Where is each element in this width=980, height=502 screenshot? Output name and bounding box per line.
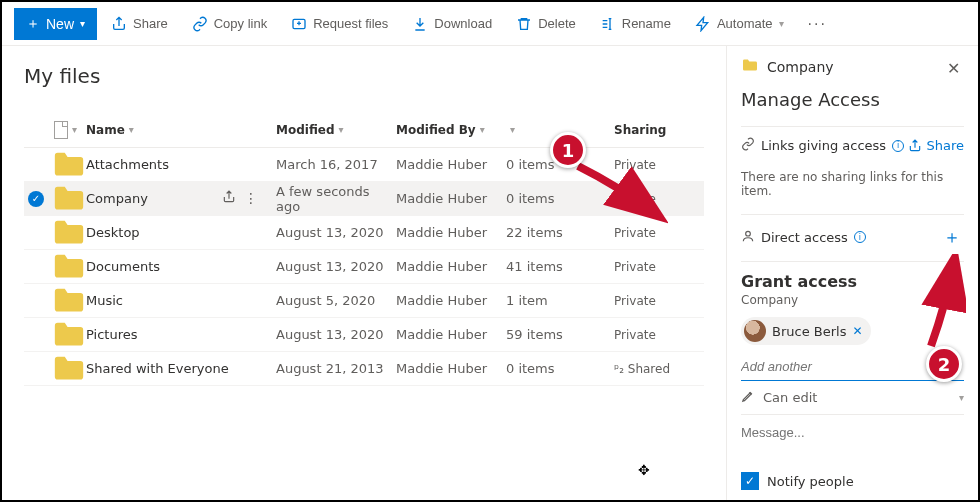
- command-bar: ＋ New ▾ Share Copy link Request files Do…: [2, 2, 978, 46]
- selected-check-icon: ✓: [28, 191, 44, 207]
- plus-icon: ＋: [26, 15, 40, 33]
- row-modified-by: Maddie Huber: [396, 157, 506, 172]
- close-panel-button[interactable]: ✕: [941, 58, 966, 79]
- row-name[interactable]: Desktop: [86, 225, 276, 240]
- panel-title: Manage Access: [741, 89, 964, 110]
- person-pill[interactable]: Bruce Berls ✕: [741, 317, 871, 345]
- table-row[interactable]: MusicAugust 5, 2020Maddie Huber1 itemPri…: [24, 284, 704, 318]
- table-row[interactable]: DocumentsAugust 13, 2020Maddie Huber41 i…: [24, 250, 704, 284]
- automate-label: Automate: [717, 16, 773, 31]
- row-name[interactable]: Attachments: [86, 157, 276, 172]
- share-button[interactable]: Share: [101, 8, 178, 40]
- share-label: Share: [133, 16, 168, 31]
- request-files-label: Request files: [313, 16, 388, 31]
- more-button[interactable]: ···: [798, 8, 837, 40]
- close-icon: ✕: [946, 273, 958, 289]
- no-links-text: There are no sharing links for this item…: [741, 164, 964, 214]
- new-button-label: New: [46, 16, 74, 32]
- remove-person-icon[interactable]: ✕: [852, 324, 862, 338]
- notify-people-checkbox[interactable]: ✓ Notify people: [741, 472, 964, 490]
- share-link-label: Share: [926, 138, 964, 153]
- modified-column[interactable]: Modified▾: [276, 123, 396, 137]
- row-sharing: ᵖ₂ Shared: [614, 362, 694, 376]
- share-icon: [111, 16, 127, 32]
- request-files-icon: [291, 16, 307, 32]
- request-files-button[interactable]: Request files: [281, 8, 398, 40]
- automate-button[interactable]: Automate ▾: [685, 8, 794, 40]
- new-button[interactable]: ＋ New ▾: [14, 8, 97, 40]
- row-size: 22 items: [506, 225, 614, 240]
- message-input[interactable]: [741, 415, 964, 464]
- link-icon: [741, 137, 755, 154]
- annotation-badge-1: 1: [550, 132, 586, 168]
- grid-header: ▾ Name▾ Modified▾ Modified By▾ ▾ Sharing: [24, 112, 704, 148]
- automate-icon: [695, 16, 711, 32]
- name-column[interactable]: Name▾: [86, 123, 276, 137]
- row-size: 41 items: [506, 259, 614, 274]
- row-sharing: Private: [614, 192, 694, 206]
- file-grid: ▾ Name▾ Modified▾ Modified By▾ ▾ Sharing…: [24, 112, 704, 386]
- info-icon[interactable]: i: [892, 140, 904, 152]
- rename-label: Rename: [622, 16, 671, 31]
- chevron-down-icon: ▾: [959, 392, 964, 403]
- grant-access-panel: ✕ Grant access Company Bruce Berls ✕ Can…: [741, 261, 964, 502]
- row-name[interactable]: Shared with Everyone: [86, 361, 276, 376]
- share-link[interactable]: Share: [908, 138, 964, 153]
- grant-access-subhead: Company: [741, 293, 964, 307]
- folder-icon: [52, 218, 86, 246]
- share-icon[interactable]: [222, 190, 236, 207]
- row-modified: March 16, 2017: [276, 157, 396, 172]
- sharing-column-label: Sharing: [614, 123, 666, 137]
- folder-icon: [52, 320, 86, 348]
- download-label: Download: [434, 16, 492, 31]
- row-name[interactable]: Music: [86, 293, 276, 308]
- chevron-down-icon: ▾: [129, 124, 134, 135]
- row-sharing: Private: [614, 158, 694, 172]
- download-button[interactable]: Download: [402, 8, 502, 40]
- permission-selector[interactable]: Can edit ▾: [741, 381, 964, 415]
- row-modified-by: Maddie Huber: [396, 191, 506, 206]
- add-direct-access-button[interactable]: ＋: [940, 225, 964, 249]
- file-type-column[interactable]: ▾: [52, 121, 86, 139]
- table-row[interactable]: ✓Company⋮A few seconds agoMaddie Huber0 …: [24, 182, 704, 216]
- row-modified-by: Maddie Huber: [396, 259, 506, 274]
- permission-label: Can edit: [763, 390, 817, 405]
- table-row[interactable]: PicturesAugust 13, 2020Maddie Huber59 it…: [24, 318, 704, 352]
- row-name[interactable]: Company⋮: [86, 190, 276, 207]
- row-name[interactable]: Documents: [86, 259, 276, 274]
- page-title: My files: [24, 64, 704, 88]
- table-row[interactable]: Shared with EveryoneAugust 21, 2013Maddi…: [24, 352, 704, 386]
- row-modified-by: Maddie Huber: [396, 225, 506, 240]
- person-icon: [741, 229, 755, 246]
- table-row[interactable]: AttachmentsMarch 16, 2017Maddie Huber0 i…: [24, 148, 704, 182]
- row-modified: August 13, 2020: [276, 259, 396, 274]
- row-modified-by: Maddie Huber: [396, 293, 506, 308]
- file-list-pane: My files ▾ Name▾ Modified▾ Modified By▾ …: [2, 46, 726, 500]
- chevron-down-icon: ▾: [480, 124, 485, 135]
- rename-icon: [600, 16, 616, 32]
- person-name: Bruce Berls: [772, 324, 846, 339]
- delete-button[interactable]: Delete: [506, 8, 586, 40]
- rename-button[interactable]: Rename: [590, 8, 681, 40]
- file-icon: [54, 121, 68, 139]
- shared-icon: ᵖ₂: [614, 362, 624, 376]
- table-row[interactable]: DesktopAugust 13, 2020Maddie Huber22 ite…: [24, 216, 704, 250]
- checkbox-checked-icon: ✓: [741, 472, 759, 490]
- close-grant-panel-button[interactable]: ✕: [940, 272, 964, 290]
- svg-point-1: [746, 231, 751, 236]
- more-icon[interactable]: ⋮: [244, 190, 258, 207]
- close-icon: ✕: [947, 60, 960, 77]
- folder-icon: [52, 252, 86, 280]
- copy-link-button[interactable]: Copy link: [182, 8, 277, 40]
- row-modified: August 5, 2020: [276, 293, 396, 308]
- panel-folder-name: Company: [767, 59, 834, 75]
- modified-by-column[interactable]: Modified By▾: [396, 123, 506, 137]
- info-icon[interactable]: i: [854, 231, 866, 243]
- row-modified: August 13, 2020: [276, 327, 396, 342]
- row-sharing: Private: [614, 226, 694, 240]
- row-sharing: Private: [614, 294, 694, 308]
- sharing-column[interactable]: Sharing: [614, 123, 694, 137]
- links-giving-access-section: Links giving access i Share: [741, 126, 964, 164]
- row-modified: August 21, 2013: [276, 361, 396, 376]
- row-name[interactable]: Pictures: [86, 327, 276, 342]
